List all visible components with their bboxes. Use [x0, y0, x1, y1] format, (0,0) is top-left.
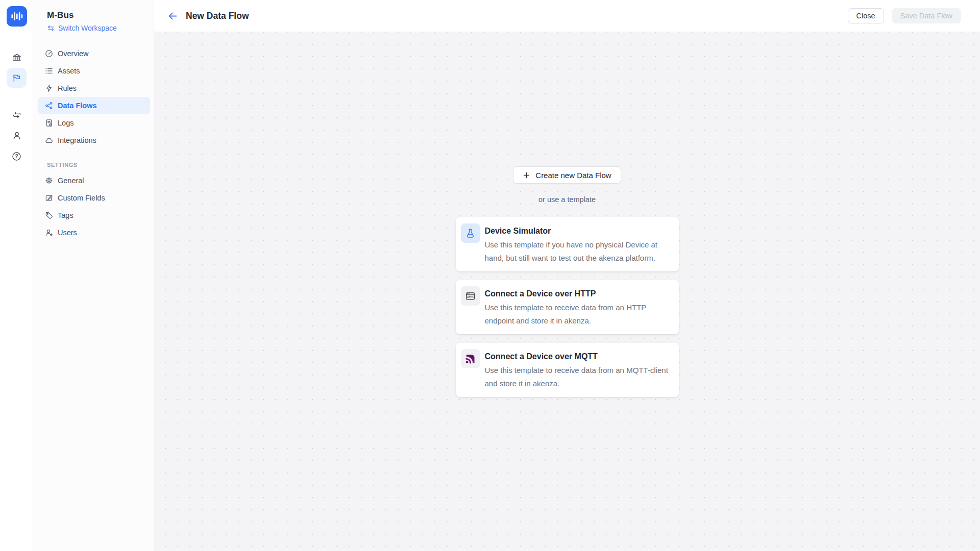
person-icon [12, 131, 21, 140]
plus-icon [523, 171, 530, 179]
sidebar-item-label: Rules [58, 84, 77, 92]
help-circle-icon: ? [12, 152, 21, 161]
template-description: Use this template to receive data from a… [485, 364, 670, 390]
template-list: Device Simulator Use this template if yo… [456, 217, 679, 397]
create-new-data-flow-button[interactable]: Create new Data Flow [513, 166, 621, 184]
sidebar-item-label: Data Flows [58, 102, 97, 110]
flask-icon [461, 223, 480, 243]
sidebar-item-label: Assets [58, 67, 80, 75]
template-description: Use this template if you have no physica… [485, 238, 670, 264]
template-card-http[interactable]: HTTP:// Connect a Device over HTTP Use t… [456, 280, 679, 334]
mqtt-signal-icon [461, 349, 480, 368]
main-area: New Data Flow Close Save Data Flow Creat… [154, 0, 980, 551]
sidebar-item-general[interactable]: General [38, 172, 150, 189]
sidebar-item-tags[interactable]: Tags [38, 207, 150, 224]
sidebar-item-label: Logs [58, 119, 74, 127]
create-new-data-flow-label: Create new Data Flow [535, 171, 611, 180]
flow-editor-canvas[interactable]: Create new Data Flow or use a template D… [154, 32, 980, 551]
cloud-icon [45, 136, 53, 144]
flag-icon [12, 73, 21, 83]
repeat-icon [12, 110, 21, 119]
template-card-mqtt[interactable]: Connect a Device over MQTT Use this temp… [456, 343, 679, 397]
sidebar-item-label: Tags [58, 211, 74, 219]
sidebar-item-overview[interactable]: Overview [38, 45, 150, 62]
log-file-icon [45, 119, 53, 127]
share-nodes-icon [45, 102, 53, 110]
tag-icon [45, 211, 53, 219]
sidebar-item-users[interactable]: Users [38, 224, 150, 241]
organization-button[interactable] [7, 47, 27, 67]
or-use-template-label: or use a template [538, 195, 596, 204]
edit-square-icon [45, 194, 53, 202]
sidebar-item-label: Custom Fields [58, 194, 105, 202]
sidebar-item-logs[interactable]: Logs [38, 114, 150, 132]
list-icon [45, 67, 53, 75]
template-title: Connect a Device over MQTT [485, 352, 670, 361]
workspace-sidebar: M-Bus Switch Workspace Overview Assets [33, 0, 154, 551]
page-header: New Data Flow Close Save Data Flow [154, 0, 980, 32]
help-button[interactable]: ? [7, 146, 27, 166]
page-title: New Data Flow [186, 11, 848, 21]
lightning-icon [45, 84, 53, 92]
sidebar-item-label: Overview [58, 49, 88, 58]
akenza-logo[interactable] [7, 6, 27, 27]
sidebar-settings-nav: General Custom Fields Tags Users [33, 172, 154, 241]
app-icon-rail: ? [0, 0, 33, 551]
sidebar-item-label: Users [58, 229, 77, 237]
sidebar-item-rules[interactable]: Rules [38, 80, 150, 97]
sidebar-item-assets[interactable]: Assets [38, 62, 150, 80]
workspace-button[interactable] [7, 68, 27, 88]
arrow-left-icon [167, 11, 178, 21]
settings-section-label: SETTINGS [47, 162, 154, 168]
bank-icon [12, 53, 21, 62]
switch-workspace-link[interactable]: Switch Workspace [47, 24, 146, 32]
svg-text:?: ? [15, 154, 18, 159]
template-title: Connect a Device over HTTP [485, 289, 670, 298]
http-window-icon: HTTP:// [461, 286, 480, 306]
template-title: Device Simulator [485, 227, 670, 236]
close-button[interactable]: Close [848, 8, 884, 23]
svg-text:HTTP://: HTTP:// [467, 296, 475, 298]
logo-waveform-icon [10, 10, 23, 23]
back-button[interactable] [166, 9, 179, 22]
sidebar-item-label: General [58, 177, 84, 185]
switch-workspace-label: Switch Workspace [58, 24, 117, 32]
gauge-icon [45, 49, 53, 58]
sidebar-item-label: Integrations [58, 136, 96, 144]
sidebar-item-integrations[interactable]: Integrations [38, 132, 150, 149]
save-data-flow-button[interactable]: Save Data Flow [892, 8, 961, 23]
gear-icon [45, 177, 53, 185]
swap-arrows-icon [47, 24, 55, 32]
profile-button[interactable] [7, 126, 27, 145]
workspace-name: M-Bus [47, 10, 146, 20]
sidebar-item-data-flows[interactable]: Data Flows [38, 97, 150, 114]
switch-context-button[interactable] [7, 105, 27, 124]
sidebar-item-custom-fields[interactable]: Custom Fields [38, 189, 150, 207]
user-plus-icon [45, 229, 53, 237]
sidebar-nav: Overview Assets Rules Data Flows [33, 45, 154, 149]
template-description: Use this template to receive data from a… [485, 301, 670, 327]
template-card-device-simulator[interactable]: Device Simulator Use this template if yo… [456, 217, 679, 271]
